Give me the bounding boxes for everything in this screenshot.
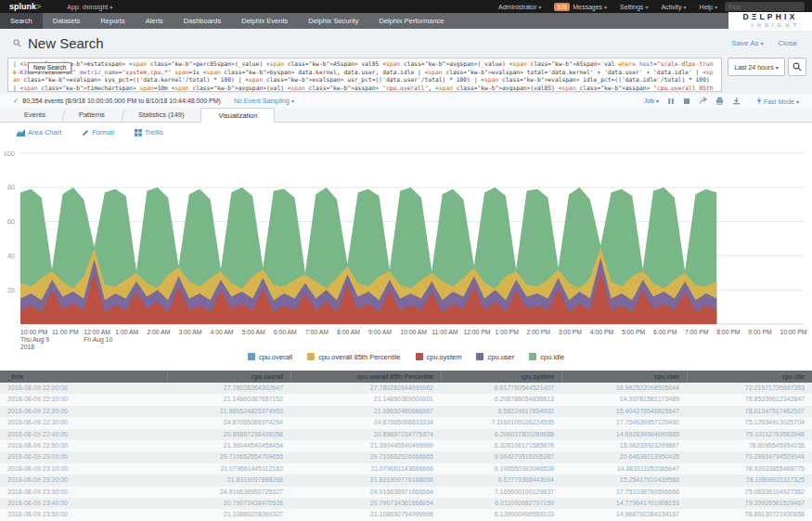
cell-value[interactable]: 21.8319097888268: [167, 475, 290, 486]
cell-time[interactable]: 2018-08-09 22:10:00: [0, 394, 167, 405]
stop-job-button[interactable]: [683, 98, 690, 105]
cell-value[interactable]: 27.780282644999982: [290, 383, 441, 394]
nav-item-delphix-security[interactable]: Delphix Security: [298, 13, 368, 29]
nav-item-alerts[interactable]: Alerts: [135, 13, 174, 29]
format-button[interactable]: Format: [82, 128, 114, 137]
pause-job-button[interactable]: [667, 98, 675, 105]
cell-value[interactable]: 14.93781582173489: [561, 394, 687, 405]
cell-value[interactable]: 7.1160109126224595: [441, 417, 561, 428]
cell-value[interactable]: 75.12934913025704: [687, 417, 812, 428]
cell-value[interactable]: 6.139900496559103: [441, 509, 561, 520]
cell-value[interactable]: 21.831909776166658: [290, 475, 441, 486]
cell-time[interactable]: 2018-08-09 23:00:00: [0, 451, 167, 462]
cell-value[interactable]: 21.10869278069327: [167, 509, 290, 520]
cell-value[interactable]: 20.790734361666654: [290, 498, 441, 509]
area-chart-canvas[interactable]: 2040608010010:00 PM11:00 PM12:00 AM1:00 …: [0, 142, 812, 356]
run-search-button[interactable]: [788, 58, 806, 76]
column-header-cpu-user[interactable]: cpu.user: [561, 371, 687, 383]
nav-item-datasets[interactable]: Datasets: [43, 13, 91, 29]
print-button[interactable]: [715, 97, 724, 105]
cell-value[interactable]: 8.817760544521407: [441, 383, 561, 394]
cell-value[interactable]: 24.916638971666664: [290, 487, 441, 498]
job-menu[interactable]: Job▾: [644, 98, 659, 104]
cell-time[interactable]: 2018-08-09 23:20:00: [0, 475, 167, 486]
cell-time[interactable]: 2018-08-09 23:10:00: [0, 463, 167, 475]
cell-value[interactable]: 15.25417610439588: [561, 475, 687, 486]
cell-value[interactable]: 15.06233923299867: [561, 440, 687, 451]
cell-value[interactable]: 27.78028264302647: [167, 383, 290, 394]
tab-visualization[interactable]: Visualization: [200, 108, 275, 123]
cell-value[interactable]: 17.751038760596668: [561, 487, 687, 498]
cell-time[interactable]: 2018-08-09 22:00:00: [0, 383, 167, 394]
top-menu-activity[interactable]: Activity▾: [661, 4, 686, 10]
cell-value[interactable]: 78.89130721930658: [687, 509, 812, 520]
column-header-cpu-overall[interactable]: cpu.overall: [167, 371, 290, 383]
column-header-cpu-overall-85th-percentile[interactable]: cpu.overall 85th Percentile: [290, 371, 441, 383]
column-header-time[interactable]: _time: [0, 371, 167, 383]
nav-item-delphix-performance[interactable]: Delphix Performance: [369, 13, 455, 29]
event-sampling-menu[interactable]: No Event Sampling▾: [234, 98, 294, 104]
cell-value[interactable]: 78.92033855488775: [687, 463, 812, 475]
find-input[interactable]: [725, 2, 805, 11]
column-header-cpu-idle[interactable]: cpu.idle: [687, 371, 812, 383]
time-range-picker[interactable]: Last 24 hours▾: [728, 58, 785, 76]
cell-time[interactable]: 2018-08-09 22:40:00: [0, 429, 167, 440]
splunk-logo[interactable]: splunk>: [9, 2, 41, 11]
cell-value[interactable]: 21.98652480666667: [290, 406, 441, 417]
top-menu-messages[interactable]: 526Messages▾: [554, 3, 607, 11]
tab-patterns[interactable]: Patterns: [62, 108, 122, 122]
cell-value[interactable]: 6.328106171585878: [441, 440, 561, 451]
nav-item-search[interactable]: Search: [0, 13, 43, 29]
cell-time[interactable]: 2018-08-09 23:40:00: [0, 498, 167, 509]
search-query-input[interactable]: | <span class="kw-b">mstatsspan> <span c…: [7, 58, 722, 92]
cell-value[interactable]: 21.39044540458454: [167, 440, 290, 451]
close-button[interactable]: Close: [779, 39, 797, 47]
cell-value[interactable]: 18.962522098505044: [561, 383, 687, 394]
cell-time[interactable]: 2018-08-09 23:50:00: [0, 509, 167, 520]
cell-time[interactable]: 2018-08-09 23:30:00: [0, 487, 167, 498]
cell-value[interactable]: 6.196550393046528: [441, 463, 561, 475]
cell-value[interactable]: 21.390445540499999: [290, 440, 441, 451]
cell-value[interactable]: 21.108692794999996: [290, 509, 441, 520]
share-job-button[interactable]: [699, 97, 707, 105]
trellis-button[interactable]: Trellis: [135, 128, 163, 137]
cell-value[interactable]: 21.986524825374953: [167, 406, 290, 417]
cell-value[interactable]: 24.87065086974294: [167, 417, 290, 428]
column-header-cpu-system[interactable]: cpu.system: [441, 371, 561, 383]
cell-value[interactable]: 29.710652554709655: [167, 451, 290, 462]
cell-value[interactable]: 75.08336104927362: [687, 487, 812, 498]
cell-value[interactable]: 6.57773368443094: [441, 475, 561, 486]
cell-value[interactable]: 14.968792284134167: [561, 509, 687, 520]
nav-item-dashboards[interactable]: Dashboards: [174, 13, 231, 29]
cell-value[interactable]: 21.14660387657152: [167, 394, 290, 405]
cell-value[interactable]: 20.79073438470528: [167, 498, 290, 509]
app-menu[interactable]: App: dxinsight▾: [67, 4, 112, 10]
cell-value[interactable]: 6.208788054836613: [441, 394, 561, 405]
cell-value[interactable]: 79.20926561529467: [687, 498, 812, 509]
chart-type-picker[interactable]: Area Chart: [17, 128, 61, 137]
cell-value[interactable]: 79.10112763563946: [687, 429, 812, 440]
cell-time[interactable]: 2018-08-09 22:50:00: [0, 440, 167, 451]
cell-value[interactable]: 17.754639957120492: [561, 417, 687, 428]
cell-time[interactable]: 2018-08-09 22:20:00: [0, 406, 167, 417]
cell-value[interactable]: 14.779641701908153: [561, 498, 687, 509]
cell-value[interactable]: 29.710652526666665: [290, 451, 441, 462]
nav-item-reports[interactable]: Reports: [90, 13, 135, 29]
cell-value[interactable]: 78.6095545954155: [687, 440, 812, 451]
cell-value[interactable]: 24.916638950725327: [167, 487, 290, 498]
search-mode-menu[interactable]: Fast Mode▾: [756, 97, 799, 105]
cell-value[interactable]: 7.165600190129637: [441, 487, 561, 498]
cell-value[interactable]: 20.89887234775374: [290, 429, 441, 440]
nav-item-delphix-events[interactable]: Delphix Events: [231, 13, 298, 29]
cell-value[interactable]: 78.85339612342847: [687, 394, 812, 405]
cell-value[interactable]: 6.58224617654932: [441, 406, 561, 417]
cell-value[interactable]: 20.64638213950435: [561, 451, 687, 462]
export-button[interactable]: [732, 97, 741, 105]
cell-value[interactable]: 6.011092682797159: [441, 498, 561, 509]
cell-value[interactable]: 70.28934734529044: [687, 451, 812, 462]
tab-events[interactable]: Events: [7, 108, 62, 122]
cell-value[interactable]: 20.89887236436058: [167, 429, 290, 440]
cell-value[interactable]: 6.206037800269688: [441, 429, 561, 440]
cell-value[interactable]: 14.692834564090885: [561, 429, 687, 440]
cell-value[interactable]: 72.21971735697353: [687, 383, 812, 394]
